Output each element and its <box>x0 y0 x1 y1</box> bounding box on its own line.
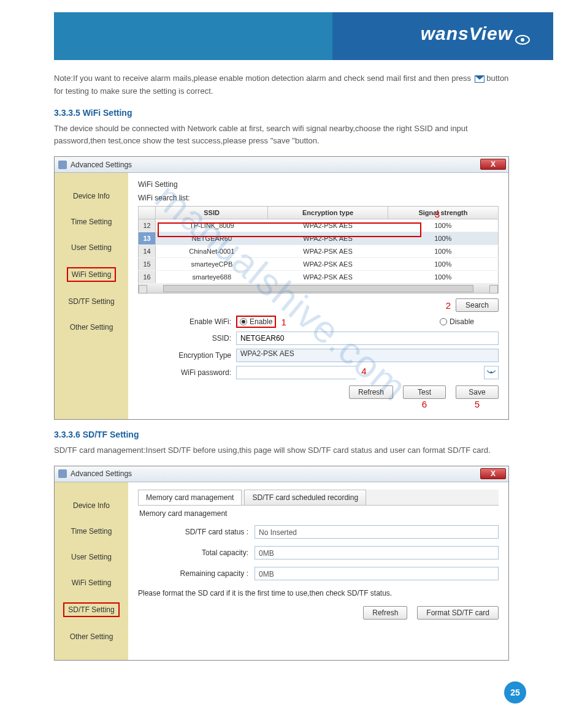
format-sd-button[interactable]: Format SD/TF card <box>417 606 499 620</box>
cell-sig: 100% <box>388 258 498 271</box>
h-scrollbar[interactable] <box>138 284 499 294</box>
cell-idx: 13 <box>139 232 156 245</box>
intro-note: Note:If you want to receive alarm mails,… <box>54 72 509 98</box>
refresh-button[interactable]: Refresh <box>349 385 393 399</box>
app-icon <box>58 469 67 478</box>
cell-ssid: smarteye688 <box>156 271 268 284</box>
test-button[interactable]: Test <box>403 385 446 399</box>
status-value: No Inserted <box>255 525 499 539</box>
table-row[interactable]: 15 smarteyeCPB WPA2-PSK AES 100% <box>139 258 499 271</box>
sidebar-item-time-setting[interactable]: Time Setting <box>67 525 116 537</box>
sd-desc: SD/TF card management:Insert SD/TF befor… <box>54 444 509 457</box>
sd-screenshot: Advanced Settings X Device Info Time Set… <box>54 466 509 661</box>
callout-4: 4 <box>361 366 366 379</box>
enable-wifi-label: Enable WiFi: <box>138 317 236 326</box>
sd-sidebar: Device Info Time Setting User Setting Wi… <box>55 482 128 660</box>
cell-ssid: smarteyeCPB <box>156 258 268 271</box>
eye-icon <box>515 28 530 39</box>
th-sig: Signal strength <box>388 207 498 219</box>
cell-sig: 100% <box>388 245 498 258</box>
wifi-table-wrap: SSID Encryption type Signal strength 12 … <box>138 206 499 294</box>
callout-5: 5 <box>456 399 499 409</box>
wifi-sidebar: Device Info Time Setting User Setting Wi… <box>55 173 128 419</box>
pwd-label: WiFi password: <box>138 368 236 377</box>
mail-test-icon <box>475 75 484 83</box>
sd-refresh-button[interactable]: Refresh <box>363 606 407 620</box>
total-label: Total capacity: <box>138 548 255 557</box>
wifi-desc: The device should be connected with Netw… <box>54 123 509 148</box>
brand-logo: wansView <box>421 23 532 44</box>
wifi-main-panel: WiFi Setting WiFi search list: SSID Encr… <box>128 173 508 419</box>
app-icon <box>58 161 67 169</box>
enable-radio-wrap[interactable]: Enable <box>236 316 276 328</box>
wifi-list-label: WiFi search list: <box>138 194 499 202</box>
close-button[interactable]: X <box>480 159 506 170</box>
ssid-input[interactable] <box>236 332 499 345</box>
save-button[interactable]: Save <box>456 385 499 399</box>
sd-heading: 3.3.3.6 SD/TF Setting <box>54 430 509 439</box>
sidebar-item-wifi-setting[interactable]: WiFi Setting <box>67 267 117 282</box>
sidebar-item-device-info[interactable]: Device Info <box>69 499 113 512</box>
enable-opt-label: Enable <box>250 317 272 326</box>
sd-tabs: Memory card management SD/TF card schedu… <box>138 490 499 506</box>
cell-idx: 12 <box>139 219 156 232</box>
sidebar-item-user-setting[interactable]: User Setting <box>67 241 115 254</box>
sidebar-item-device-info[interactable]: Device Info <box>69 190 113 202</box>
window-titlebar: Advanced Settings X <box>55 466 508 482</box>
ssid-label: SSID: <box>138 334 236 343</box>
sidebar-item-user-setting[interactable]: User Setting <box>67 551 115 563</box>
radio-disable[interactable] <box>440 318 447 325</box>
show-password-button[interactable] <box>484 366 499 379</box>
status-label: SD/TF card status : <box>138 528 255 536</box>
table-row[interactable]: 16 smarteye688 WPA2-PSK AES 100% <box>139 271 499 284</box>
sidebar-item-other-setting[interactable]: Other Setting <box>66 321 117 333</box>
page-number: 25 <box>504 681 526 703</box>
cell-ssid: NETGEAR60 <box>156 232 268 245</box>
disable-radio-wrap[interactable]: Disable <box>440 317 474 326</box>
cell-enc: WPA2-PSK AES <box>268 245 388 258</box>
window-titlebar: Advanced Settings X <box>55 157 508 173</box>
th-idx <box>139 207 156 219</box>
wifi-screenshot: manualshive.com Advanced Settings X Devi… <box>54 156 509 420</box>
sidebar-item-wifi-setting[interactable]: WiFi Setting <box>68 577 115 589</box>
search-button[interactable]: Search <box>456 298 499 312</box>
callout-6: 6 <box>403 399 446 409</box>
table-row[interactable]: 12 TP-LINK_8009 WPA2-PSK AES 100% <box>139 219 499 232</box>
total-value: 0MB <box>255 546 499 559</box>
callout-3: 3 <box>435 209 440 219</box>
table-row-selected[interactable]: 13 NETGEAR60 WPA2-PSK AES 100% <box>139 232 499 245</box>
note-prefix: Note:If you want to receive alarm mails,… <box>54 74 473 83</box>
remain-label: Remaining capacity : <box>138 569 255 578</box>
cell-enc: WPA2-PSK AES <box>268 258 388 271</box>
page-content: Note:If you want to receive alarm mails,… <box>0 60 563 692</box>
callout-1: 1 <box>281 317 286 327</box>
sidebar-item-time-setting[interactable]: Time Setting <box>67 216 116 228</box>
cell-idx: 15 <box>139 258 156 271</box>
cell-enc: WPA2-PSK AES <box>268 232 388 245</box>
cell-sig: 100% <box>388 232 498 245</box>
enc-select[interactable]: WPA2-PSK AES <box>236 349 499 362</box>
cell-sig: 100% <box>388 219 498 232</box>
sidebar-item-sd-setting[interactable]: SD/TF Setting <box>63 602 119 617</box>
remain-value: 0MB <box>255 567 499 580</box>
close-button[interactable]: X <box>480 468 506 479</box>
cell-sig: 100% <box>388 271 498 284</box>
tab-memory-card[interactable]: Memory card management <box>138 490 242 505</box>
sidebar-item-other-setting[interactable]: Other Setting <box>66 631 117 643</box>
cell-idx: 14 <box>139 245 156 258</box>
th-enc: Encryption type <box>268 207 388 219</box>
th-ssid: SSID <box>156 207 268 219</box>
section-label: Memory card management <box>138 506 499 518</box>
table-row[interactable]: 14 ChinaNet-0001 WPA2-PSK AES 100% <box>139 245 499 258</box>
enc-label: Encryption Type <box>138 351 236 360</box>
sidebar-item-sd-setting[interactable]: SD/TF Setting <box>64 295 118 308</box>
password-input[interactable] <box>236 366 356 379</box>
banner-strip-left <box>54 12 342 60</box>
disable-opt-label: Disable <box>450 317 474 326</box>
wifi-heading: 3.3.3.5 WiFi Setting <box>54 108 509 118</box>
cell-idx: 16 <box>139 271 156 284</box>
callout-2: 2 <box>446 300 451 311</box>
window-title: Advanced Settings <box>71 469 132 478</box>
radio-enable[interactable] <box>240 318 247 325</box>
tab-scheduled-recording[interactable]: SD/TF card scheduled recording <box>244 490 366 505</box>
